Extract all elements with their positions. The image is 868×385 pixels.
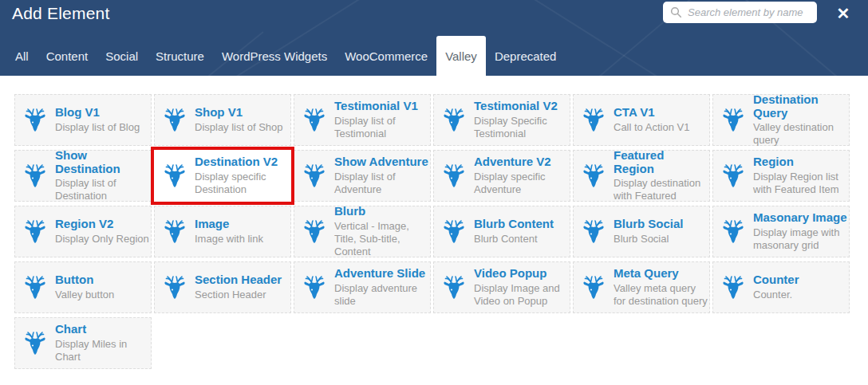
element-grid: Blog V1 Display list of Blog Shop V1 Di xyxy=(0,76,868,385)
tab-social[interactable]: Social xyxy=(97,36,147,76)
tab-valley[interactable]: Valley xyxy=(436,36,486,76)
element-desc: Valley destination query xyxy=(753,121,847,147)
tab-all[interactable]: All xyxy=(6,36,37,76)
element-card-section-header[interactable]: Section Header Section Header xyxy=(154,261,291,313)
element-desc: Display Only Region xyxy=(55,233,149,246)
element-title: Testimonial V1 xyxy=(334,100,428,113)
tab-label: Content xyxy=(46,49,89,63)
element-card-testimonial-v2[interactable]: Testimonial V2 Display Specific Testimon… xyxy=(433,94,570,146)
deer-icon xyxy=(442,163,466,190)
deer-icon xyxy=(302,107,326,134)
tab-label: WordPress Widgets xyxy=(222,49,327,63)
element-desc: Display specific Destination xyxy=(195,171,289,196)
element-title: Meta Query xyxy=(614,267,708,281)
element-desc: Display destination with Featured xyxy=(614,177,708,202)
deer-icon xyxy=(721,107,745,134)
deer-icon xyxy=(163,274,187,301)
element-title: Blurb Content xyxy=(474,218,554,231)
element-card-show-destination[interactable]: Show Destination Display list of Destina… xyxy=(14,150,152,202)
element-title: Adventure Slide xyxy=(334,267,428,281)
element-desc: Display list of Destination xyxy=(55,177,149,202)
element-card-blurb-content[interactable]: Blurb Content Blurb Content xyxy=(433,206,570,257)
element-title: Destination V2 xyxy=(195,155,289,169)
element-card-shop-v1[interactable]: Shop V1 Display list of Shop xyxy=(154,94,291,146)
element-title: CTA V1 xyxy=(614,106,689,120)
deer-icon xyxy=(163,163,187,190)
element-card-testimonial-v1[interactable]: Testimonial V1 Display list of Testimoni… xyxy=(294,94,431,146)
element-desc: Display list of Adventure xyxy=(334,171,428,196)
deer-icon xyxy=(442,218,466,246)
element-card-region[interactable]: Region Display Region list with Featured… xyxy=(712,150,850,202)
element-desc: Display list of Testimonial xyxy=(334,115,428,140)
element-card-adventure-slide[interactable]: Adventure Slide Display adventure slide xyxy=(294,261,431,313)
element-card-cta-v1[interactable]: CTA V1 Call to Action V1 xyxy=(573,94,710,146)
element-title: Adventure V2 xyxy=(474,155,568,169)
element-card-image[interactable]: Image Image with link xyxy=(154,206,291,257)
tab-wordpress-widgets[interactable]: WordPress Widgets xyxy=(213,36,336,76)
element-title: Section Header xyxy=(195,273,282,287)
tab-label: WooCommerce xyxy=(345,49,428,63)
element-card-button[interactable]: Button Valley button xyxy=(14,261,152,313)
element-desc: Display adventure slide xyxy=(334,282,428,308)
add-element-dialog: Add Element ✕ All Content Social Structu… xyxy=(0,0,868,385)
element-desc: Display image with masonary grid xyxy=(753,226,847,252)
element-title: Masonary Image xyxy=(753,211,847,225)
deer-icon xyxy=(582,274,606,301)
element-title: Video Popup xyxy=(474,267,568,281)
deer-icon xyxy=(23,163,47,190)
element-card-destination-v2[interactable]: Destination V2 Display specific Destinat… xyxy=(154,150,291,202)
deer-icon xyxy=(302,163,326,190)
element-title: Show Destination xyxy=(55,149,149,176)
element-title: Button xyxy=(55,273,114,287)
element-card-destination-query[interactable]: Destination Query Valley destination que… xyxy=(712,94,850,146)
element-card-video-popup[interactable]: Video Popup Display Image and Video on P… xyxy=(433,261,570,313)
element-title: Chart xyxy=(55,323,149,336)
element-card-featured-region[interactable]: Featured Region Display destination with… xyxy=(573,150,710,202)
element-card-blog-v1[interactable]: Blog V1 Display list of Blog xyxy=(14,94,152,146)
deer-icon xyxy=(302,218,326,246)
element-desc: Display Image and Video on Popup xyxy=(474,282,568,308)
tab-label: Valley xyxy=(445,49,477,63)
element-card-chart[interactable]: Chart Display Miles in Chart xyxy=(14,317,152,369)
tab-bar: All Content Social Structure WordPress W… xyxy=(6,36,565,76)
tab-structure[interactable]: Structure xyxy=(147,36,213,76)
search-icon xyxy=(670,6,682,18)
deer-icon xyxy=(582,107,606,134)
element-title: Show Adventure xyxy=(334,155,428,169)
search-input[interactable] xyxy=(688,6,810,18)
dialog-title: Add Element xyxy=(12,4,109,23)
tab-woocommerce[interactable]: WooCommerce xyxy=(336,36,436,76)
element-title: Destination Query xyxy=(753,93,847,120)
close-icon: ✕ xyxy=(837,5,850,22)
element-title: Counter xyxy=(753,273,799,287)
element-card-region-v2[interactable]: Region V2 Display Only Region xyxy=(14,206,152,257)
element-desc: Display list of Shop xyxy=(195,121,283,134)
element-card-blurb[interactable]: Blurb Vertical - Image, Title, Sub-title… xyxy=(294,206,431,257)
element-desc: Display Miles in Chart xyxy=(55,338,149,363)
element-title: Image xyxy=(195,218,263,231)
element-desc: Blurb Social xyxy=(614,233,684,246)
tab-label: Deprecated xyxy=(495,49,557,63)
element-card-meta-query[interactable]: Meta Query Valley meta query for destina… xyxy=(573,261,710,313)
element-card-show-adventure[interactable]: Show Adventure Display list of Adventure xyxy=(294,150,431,202)
tab-deprecated[interactable]: Deprecated xyxy=(486,36,566,76)
deer-icon xyxy=(582,218,606,246)
deer-icon xyxy=(163,218,187,246)
element-card-counter[interactable]: Counter Counter. xyxy=(712,261,850,313)
close-button[interactable]: ✕ xyxy=(830,1,857,26)
element-title: Blurb Social xyxy=(614,218,684,231)
element-desc: Display list of Blog xyxy=(55,121,140,134)
deer-icon xyxy=(23,330,47,357)
element-card-masonary-image[interactable]: Masonary Image Display image with masona… xyxy=(712,206,850,257)
search-box xyxy=(663,2,817,23)
element-desc: Counter. xyxy=(753,289,799,301)
deer-icon xyxy=(442,107,466,134)
element-desc: Valley meta query for destination query xyxy=(614,282,708,308)
element-desc: Call to Action V1 xyxy=(614,121,689,134)
deer-icon xyxy=(163,107,187,134)
dialog-header: Add Element ✕ All Content Social Structu… xyxy=(0,0,868,76)
element-title: Blurb xyxy=(334,205,428,218)
tab-content[interactable]: Content xyxy=(37,36,97,76)
element-card-blurb-social[interactable]: Blurb Social Blurb Social xyxy=(573,206,710,257)
element-card-adventure-v2[interactable]: Adventure V2 Display specific Adventure xyxy=(433,150,570,202)
